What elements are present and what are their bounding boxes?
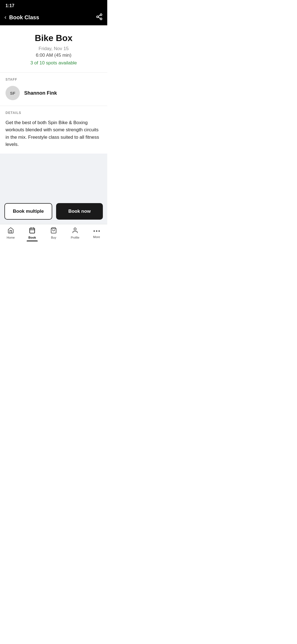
class-hero: Bike Box Friday, Nov 15 6:00 AM (45 min)… [0, 25, 107, 73]
staff-section-label: STAFF [6, 78, 102, 81]
staff-avatar: SF [6, 86, 20, 100]
buy-icon [50, 227, 57, 235]
details-section-label: DETAILS [6, 111, 102, 115]
nav-bar: ‹ Book Class [0, 10, 107, 25]
back-arrow-icon: ‹ [4, 14, 6, 21]
svg-line-4 [98, 15, 100, 16]
spots-available: 3 of 10 spots available [6, 60, 102, 66]
class-title: Bike Box [6, 33, 102, 43]
nav-item-book[interactable]: Book [21, 224, 43, 241]
profile-icon [72, 227, 78, 235]
book-multiple-button[interactable]: Book multiple [4, 203, 52, 220]
status-bar: 1:17 [0, 0, 107, 10]
back-button[interactable]: ‹ Book Class [4, 14, 39, 21]
book-now-button[interactable]: Book now [56, 203, 103, 220]
bottom-nav: Home Book Buy [0, 224, 107, 241]
nav-label-profile: Profile [71, 236, 79, 239]
nav-label-buy: Buy [51, 236, 56, 239]
main-content: Bike Box Friday, Nov 15 6:00 AM (45 min)… [0, 25, 107, 241]
buttons-area: Book multiple Book now [0, 198, 107, 224]
share-icon [96, 13, 103, 20]
svg-point-10 [74, 228, 76, 230]
nav-label-more: More [93, 235, 100, 239]
share-button[interactable] [96, 13, 103, 21]
details-section: DETAILS Get the best of both Spin Bike &… [0, 106, 107, 154]
nav-item-buy[interactable]: Buy [43, 224, 64, 241]
class-time: 6:00 AM (45 min) [6, 53, 102, 58]
status-time: 1:17 [6, 3, 14, 8]
staff-section: STAFF SF Shannon Fink [0, 73, 107, 106]
staff-initials: SF [10, 91, 15, 95]
class-date: Friday, Nov 15 [6, 46, 102, 51]
nav-label-book: Book [28, 236, 36, 239]
nav-item-home[interactable]: Home [0, 224, 21, 241]
filler-area [0, 154, 107, 198]
nav-title: Book Class [9, 14, 39, 21]
book-icon [29, 227, 35, 235]
svg-rect-5 [30, 228, 35, 233]
more-icon [94, 228, 100, 234]
details-text: Get the best of both Spin Bike & Boxing … [6, 119, 102, 148]
nav-item-profile[interactable]: Profile [64, 224, 86, 241]
home-icon [7, 227, 14, 235]
nav-label-home: Home [7, 236, 15, 239]
staff-name: Shannon Fink [24, 90, 57, 96]
svg-line-3 [98, 17, 100, 18]
nav-item-more[interactable]: More [86, 224, 107, 241]
staff-row: SF Shannon Fink [6, 86, 102, 103]
